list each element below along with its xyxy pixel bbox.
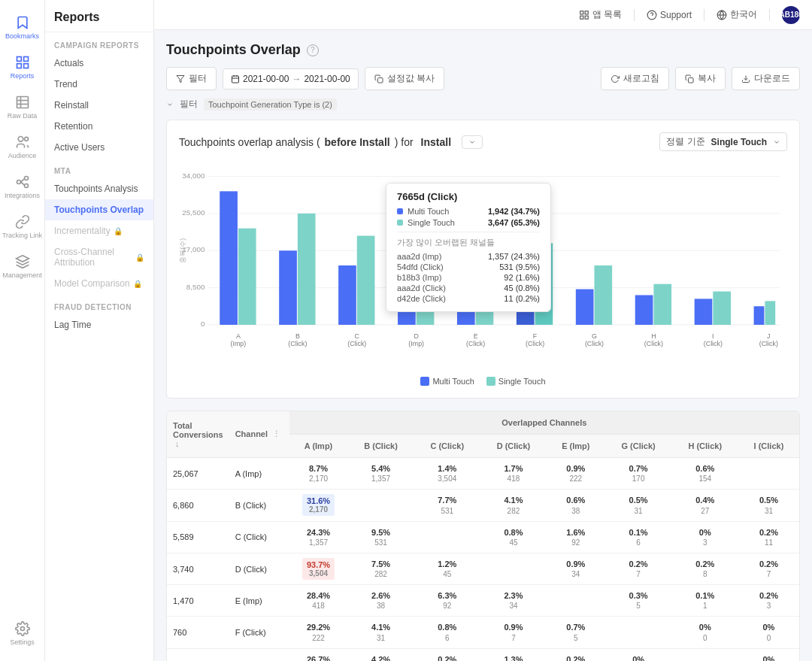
nav-actuals[interactable]: Actuals [45, 53, 153, 74]
main-content: 앱 목록 Support 한국어 AB180 Touchpoints Overl… [154, 0, 812, 661]
svg-rect-59 [695, 299, 713, 325]
language-selector[interactable]: 한국어 [717, 8, 757, 21]
total-sort-button[interactable]: ↓ [175, 439, 180, 448]
cell-data: 7.7%531 [414, 490, 480, 521]
nav-cross-channel: Cross-Channel Attribution 🔒 [45, 241, 153, 273]
single-touch-dot [397, 220, 403, 226]
svg-text:(Click): (Click) [759, 340, 778, 347]
svg-text:(Click): (Click) [585, 340, 604, 347]
svg-text:J: J [767, 332, 770, 340]
cell-data: 0.5%31 [738, 490, 799, 521]
cell-data: 0%0 [738, 617, 799, 648]
copy-settings-icon [374, 74, 383, 83]
svg-point-12 [24, 184, 28, 188]
tooltip-multi-touch-label: Multi Touch [408, 207, 449, 216]
user-avatar[interactable]: AB180 [782, 6, 800, 24]
globe-icon [717, 10, 727, 20]
tooltip-row-4: d42de (Click) 11 (0.2%) [397, 293, 540, 304]
tooltip-sub-title: 가장 많이 오버랩된 채널들 [397, 237, 540, 248]
table-row: 637G (Click)26.7%1704.2%270.2%11.3%80.2%… [167, 648, 799, 661]
sidebar-item-integrations[interactable]: Integrations [0, 167, 44, 207]
campaign-reports-section: CAMPAIGN REPORTS [45, 32, 153, 53]
chart-area: 34,000 25,500 17,000 8,500 0 중복(수) [179, 160, 787, 371]
event-dropdown[interactable] [462, 135, 483, 149]
copy-settings-button[interactable]: 설정값 복사 [365, 67, 444, 90]
chart-title-event: Install [421, 136, 451, 148]
nav-touchpoints-overlap[interactable]: Touchpoints Overlap [45, 199, 153, 220]
nav-reinstall[interactable]: Reinstall [45, 95, 153, 116]
sidebar-item-reports[interactable]: Reports [0, 47, 44, 87]
svg-text:I: I [712, 332, 714, 340]
filter-button[interactable]: 필터 [166, 67, 217, 90]
sidebar-item-audience[interactable]: Audience [0, 127, 44, 167]
cell-data: 0%0 [672, 617, 738, 648]
support-link[interactable]: Support [647, 10, 692, 20]
download-button[interactable]: 다운로드 [732, 67, 800, 90]
cell-channel: B (Click) [229, 490, 289, 521]
svg-text:(Click): (Click) [347, 340, 366, 347]
nav-touchpoints-analysis[interactable]: Touchpoints Analysis [45, 178, 153, 199]
chart-title-suffix: ) for [395, 136, 414, 148]
sort-dropdown[interactable]: 정렬 기준 Single Touch [659, 132, 787, 151]
chart-title-prefix: Touchpoints overlap analysis ( [179, 136, 320, 148]
copy-button[interactable]: 복사 [675, 67, 726, 90]
nav-title: Reports [45, 0, 153, 32]
sidebar-item-management[interactable]: Management [0, 247, 44, 287]
cell-data: 0.5%31 [605, 490, 672, 521]
cell-data [738, 458, 799, 490]
refresh-button[interactable]: 새로고침 [601, 67, 669, 90]
svg-rect-18 [580, 16, 583, 19]
svg-text:0: 0 [201, 320, 205, 328]
nav-trend[interactable]: Trend [45, 74, 153, 95]
nav-active-users[interactable]: Active Users [45, 137, 153, 158]
apps-menu[interactable]: 앱 목록 [579, 8, 622, 21]
cell-data: 1.6%92 [547, 521, 605, 553]
sort-chevron-icon [773, 138, 780, 146]
sidebar-item-rawdata[interactable]: Raw Data [0, 87, 44, 127]
channel-filter-button[interactable]: ⋮ [272, 429, 280, 438]
cell-data: 1.7%418 [480, 458, 547, 490]
nav-lag-time[interactable]: Lag Time [45, 314, 153, 335]
svg-rect-61 [754, 306, 765, 325]
cell-data: 0.2%7 [605, 553, 672, 584]
svg-text:H: H [651, 332, 656, 340]
svg-point-9 [24, 137, 28, 141]
chart-tooltip: 7665d (Click) Multi Touch 1,942 (34.7%) … [386, 183, 551, 312]
svg-rect-47 [338, 265, 356, 325]
cell-data: 2.3%34 [480, 585, 547, 617]
divider3 [769, 9, 770, 21]
legend-single-touch-label: Single Touch [498, 377, 546, 386]
help-icon[interactable]: ? [307, 44, 319, 56]
cell-data [480, 553, 547, 584]
col-b-click: B (Click) [347, 435, 414, 458]
cell-data: 4.2%27 [347, 648, 414, 661]
sidebar-item-settings[interactable]: Settings [0, 614, 44, 653]
sidebar-integrations-label: Integrations [5, 192, 40, 199]
date-range-picker[interactable]: 2021-00-00 → 2021-00-00 [223, 68, 359, 89]
svg-rect-25 [232, 76, 239, 83]
filter-icon [176, 74, 185, 83]
svg-rect-29 [377, 77, 383, 83]
col-total-header: Total Conversions ↓ [167, 411, 229, 458]
sidebar-item-bookmarks[interactable]: Bookmarks [0, 8, 44, 47]
tooltip-multi-touch-row: Multi Touch 1,942 (34.7%) [397, 207, 540, 216]
cell-channel: G (Click) [229, 648, 289, 661]
legend-single-touch: Single Touch [486, 377, 546, 386]
sidebar-item-tracking[interactable]: Tracking Link [0, 207, 44, 247]
cell-data: 24.3%1,357 [289, 521, 348, 553]
download-icon [741, 74, 750, 83]
cell-channel: C (Click) [229, 521, 289, 553]
cell-data: 0.1%6 [605, 521, 672, 553]
language-label: 한국어 [730, 8, 757, 21]
multi-touch-dot [397, 208, 403, 214]
cell-data: 1.3%8 [480, 648, 547, 661]
nav-retention[interactable]: Retention [45, 116, 153, 137]
svg-text:C: C [355, 332, 360, 340]
svg-text:34,000: 34,000 [182, 171, 205, 180]
table-row: 1,470E (Imp)28.4%4182.6%386.3%922.3%340.… [167, 585, 799, 617]
cell-data: 4.1%282 [480, 490, 547, 521]
cell-data: 1.2%45 [414, 553, 480, 584]
lock-icon-cross: 🔒 [135, 253, 144, 262]
sidebar-tracking-label: Tracking Link [2, 232, 42, 239]
cell-data: 0.2%3 [738, 585, 799, 617]
